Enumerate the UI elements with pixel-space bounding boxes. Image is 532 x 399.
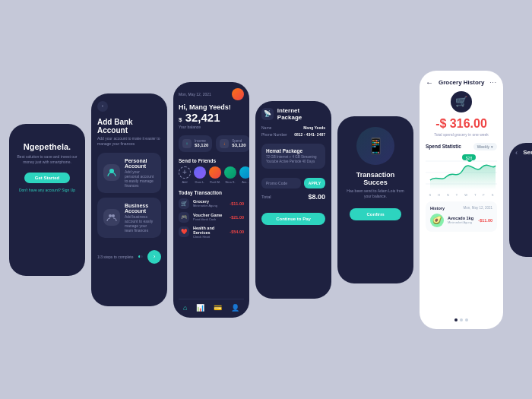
welcome-subtitle: Best solution to save and invest our mon… [15, 154, 79, 165]
phone-label: Phone Number [261, 132, 287, 137]
package-icon: 📡 [261, 108, 274, 120]
phone-transaction-success: 📱 Transaction Succes Has been send to Ad… [337, 116, 413, 283]
business-label: Business Account [125, 203, 155, 214]
svg-point-1 [109, 214, 112, 217]
income-icon: ↑ [182, 139, 192, 148]
friend-4[interactable]: Am... [239, 166, 249, 184]
signup-link[interactable]: Sign Up [62, 188, 75, 192]
dash-greeting: Hi, Mang Yeeds! [179, 103, 244, 111]
business-icon [103, 209, 120, 226]
grocery-icon: 🛒 [179, 198, 189, 209]
bank-subtitle: Add your account to make it easier to ma… [97, 136, 161, 147]
stats-nav-icon[interactable]: 📊 [196, 304, 204, 312]
grocery-cart-icon: 🛒 [451, 91, 472, 112]
grocery-amount: -$ 316.00 [426, 117, 497, 131]
balance-label: Your balance [179, 125, 244, 129]
grocery-back-icon[interactable]: ← [426, 78, 433, 87]
weekly-badge[interactable]: Weekly ▾ [473, 143, 497, 150]
send-back-icon[interactable]: ‹ [515, 149, 518, 157]
game-icon: 🎮 [179, 212, 189, 223]
success-icon: 📱 [356, 127, 394, 165]
transaction-row: ❤️ Health and Services Check Heart -$54.… [179, 226, 244, 239]
back-button[interactable]: ‹ [97, 101, 108, 112]
phone-grocery-history: ← Grocery History ··· 🛒 -$ 316.00 Total … [420, 71, 503, 329]
income-card: ↑ Income $3,120 [179, 135, 212, 152]
transactions-title: Today Transaction [179, 190, 244, 195]
phone-dashboard: Mon, May 12, 2021 Hi, Mang Yeeds! $ 32,4… [173, 82, 249, 318]
personal-label: Personal Account [125, 158, 155, 169]
progress-bar [138, 255, 143, 258]
progress-text: 1/3 steps to complete [97, 255, 134, 259]
transaction-row: 🛒 Grocery Minimarket Agung -$11.00 [179, 198, 244, 209]
friend-1[interactable]: Dam L. [194, 166, 206, 184]
name-label: Name [261, 125, 271, 130]
phone-value: 0812 - 4341- 2487 [294, 132, 325, 137]
package-title: Internet Package [277, 107, 325, 121]
health-icon: ❤️ [179, 226, 189, 237]
svg-text:$28: $28 [466, 155, 473, 160]
promo-code-input[interactable]: Promo Code [261, 178, 301, 188]
phone-send-money: ‹ Send Money to ··· [509, 143, 532, 257]
success-subtitle: Has been send to Adam Lois from your bal… [344, 188, 407, 199]
personal-account-card[interactable]: Personal Account Add your personal accou… [97, 153, 161, 193]
history-section: History Mon, May 12, 2021 🥑 Avocado 1kg … [426, 201, 497, 232]
grocery-title: Grocery History [439, 79, 484, 86]
profile-nav-icon[interactable]: 👤 [231, 304, 239, 312]
bank-title: Add Bank Account [97, 118, 161, 135]
send-friends-title: Send to Friends [179, 158, 244, 163]
grocery-amount-sub: Total spend grocery in one week [426, 132, 497, 137]
phone-add-bank: ‹ Add Bank Account Add your account to m… [91, 93, 167, 306]
business-account-card[interactable]: Business Account Add business account to… [97, 198, 161, 238]
confirm-button[interactable]: Confirm [350, 208, 401, 220]
spend-chart: $28 [426, 154, 497, 192]
friend-2[interactable]: Rodi M. [209, 166, 221, 184]
total-value: $8.00 [308, 193, 325, 201]
personal-icon [103, 164, 120, 181]
wallet-nav-icon[interactable]: 💳 [214, 304, 222, 312]
name-value: Mang Yeeds [303, 125, 325, 130]
phone-internet-package: 📡 Internet Package Name Mang Yeeds Phone… [255, 101, 331, 299]
item-amount: -$11.00 [478, 218, 492, 223]
personal-desc: Add your personal account to easily mana… [125, 169, 155, 188]
transaction-row: 🎮 Voucher Game Point blank Cash -$21.00 [179, 212, 244, 223]
next-button[interactable]: › [147, 250, 161, 264]
spend-statistic-title: Spend Statistic [426, 144, 461, 149]
chart-days: S H N T W T F S [426, 193, 497, 197]
history-date: Mon, May 12, 2021 [463, 206, 492, 211]
spend-icon: ↓ [220, 139, 229, 148]
send-title: Send Money to [523, 149, 532, 156]
login-prompt: Don't have any account? Sign Up [19, 188, 75, 192]
apply-promo-button[interactable]: APPLY [304, 178, 325, 188]
balance-amount: $ 32,421 [179, 111, 244, 124]
continue-pay-button[interactable]: Continue to Pay [261, 213, 325, 225]
welcome-title: Ngepethela. [24, 142, 71, 151]
phone-welcome: Ngepethela. Best solution to save and in… [9, 124, 85, 276]
success-title: Transaction Succes [344, 171, 407, 186]
package-box: Hemat Package 72 GB Internet + 4 GB Stre… [261, 144, 325, 169]
total-label: Total [261, 195, 271, 199]
svg-point-2 [112, 214, 115, 217]
hemat-title: Hemat Package [266, 148, 321, 154]
history-item-avocado: 🥑 Avocado 1kg Minimarket Agung -$11.00 [430, 214, 492, 227]
dash-date: Mon, May 12, 2021 [179, 92, 211, 97]
spend-card: ↓ Spend $3,120 [216, 135, 249, 152]
add-friend[interactable]: + Add [179, 166, 191, 184]
grocery-more-icon[interactable]: ··· [489, 79, 497, 86]
history-label: History [430, 206, 445, 211]
hemat-desc: 72 GB Internet + 4 GB Streaming Youtube … [266, 155, 321, 165]
item-sub: Minimarket Agung [448, 220, 474, 224]
dot-navigation [426, 315, 497, 321]
user-avatar [232, 88, 244, 100]
bottom-nav: ⌂ 📊 💳 👤 [179, 299, 244, 312]
home-nav-icon[interactable]: ⌂ [183, 304, 187, 312]
friend-3[interactable]: Nina S. [224, 166, 236, 184]
avocado-icon: 🥑 [430, 214, 444, 227]
get-started-button[interactable]: Get Started [24, 173, 70, 183]
business-desc: Add business account to easily manage yo… [125, 214, 155, 233]
main-canvas: Ngepethela. Best solution to save and in… [0, 0, 532, 399]
